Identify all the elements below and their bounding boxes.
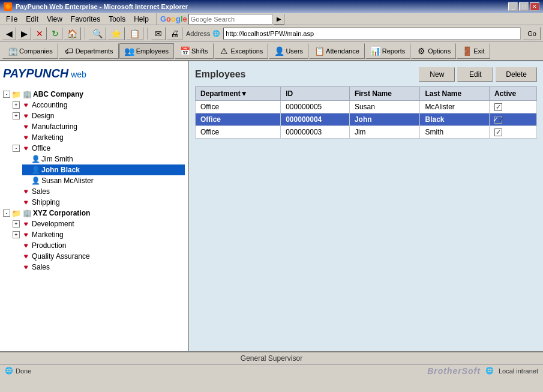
design-toggle[interactable]: +	[13, 112, 20, 119]
production-icon: ♥	[21, 241, 31, 250]
susan-mcalister-icon: 👤	[31, 176, 40, 185]
new-button[interactable]: New	[419, 67, 455, 82]
shifts-button[interactable]: 📅 Shifts	[175, 43, 214, 59]
go-button[interactable]: Go	[523, 27, 541, 40]
history-button[interactable]: 📋	[126, 27, 143, 40]
sales-xyz-label: Sales	[32, 263, 50, 271]
table-row-selected[interactable]: Office 000000004 John Black ✓	[196, 113, 537, 126]
address-input[interactable]	[223, 28, 521, 40]
cell-department: Office	[196, 101, 281, 113]
minimize-button[interactable]: _	[508, 2, 518, 11]
tree-row-john-black[interactable]: 👤 John Black	[22, 164, 185, 175]
menu-separator	[156, 13, 157, 25]
delete-button[interactable]: Delete	[496, 67, 537, 82]
nav-sep1	[85, 28, 85, 40]
reports-button[interactable]: 📊 Reports	[365, 43, 411, 59]
design-icon: ♥	[21, 111, 31, 121]
active-checkbox-3[interactable]	[494, 128, 502, 136]
menu-edit[interactable]: Edit	[22, 14, 42, 25]
abc-company-folder-icon: 📁	[11, 89, 21, 99]
col-last-name: Last Name	[420, 87, 490, 101]
menu-file[interactable]: File	[2, 14, 21, 25]
tree-row-accounting[interactable]: + ♥ Accounting	[13, 100, 185, 110]
reports-icon: 📊	[371, 46, 380, 56]
col-department[interactable]: Department▼	[196, 87, 281, 101]
employees-icon: 👥	[125, 46, 134, 56]
office-toggle[interactable]: -	[13, 145, 20, 152]
cell-id: 000000005	[281, 101, 350, 113]
refresh-button[interactable]: ↻	[48, 27, 62, 40]
google-search-input[interactable]	[188, 14, 272, 25]
google-search-button[interactable]: ▶	[274, 14, 284, 25]
table-row-3[interactable]: Office 000000003 Jim Smith	[196, 126, 537, 139]
employees-button[interactable]: 👥 Employees	[119, 43, 174, 59]
search-button[interactable]: 🔍	[89, 27, 106, 40]
office-children: 👤 Jim Smith 👤 John Black 👤 Susan McAlist…	[22, 154, 185, 186]
tree-row-abc-company[interactable]: - 📁 🏢 ABC Company	[3, 89, 185, 100]
abc-company-toggle[interactable]: -	[3, 91, 10, 98]
stop-button[interactable]: ✕	[32, 27, 47, 40]
tree-row-susan-mcalister[interactable]: 👤 Susan McAlister	[22, 175, 185, 186]
users-button[interactable]: 👤 Users	[269, 43, 308, 59]
tree-row-office[interactable]: - ♥ Office	[13, 143, 185, 154]
edit-button[interactable]: Edit	[457, 67, 493, 82]
menu-favorites[interactable]: Favorites	[67, 14, 104, 25]
table-header-row: Department▼ ID First Name Last Name Acti…	[196, 87, 537, 101]
tree-row-quality-assurance[interactable]: ♥ Quality Assurance	[13, 251, 185, 262]
ie-status-bar: 🌐 Done BrotherSoft 🌐 Local intranet	[0, 364, 543, 376]
print-button[interactable]: 🖨	[167, 27, 182, 40]
col-active: Active	[490, 87, 537, 101]
menu-help[interactable]: Help	[130, 14, 152, 25]
tree-row-xyz-corporation[interactable]: - 📁 🏢 XYZ Corporation	[3, 208, 185, 219]
paypunch-logo: PAYPUNCH web	[3, 64, 185, 83]
abc-company-icon: 🏢	[22, 89, 32, 99]
active-checkbox[interactable]	[494, 103, 502, 111]
production-label: Production	[32, 241, 66, 250]
tree-row-jim-smith[interactable]: 👤 Jim Smith	[22, 154, 185, 164]
tree-row-marketing-xyz[interactable]: + ♥ Marketing	[13, 229, 185, 240]
active-checkbox-selected[interactable]: ✓	[494, 116, 502, 124]
exceptions-button[interactable]: ⚠ Exceptions	[214, 43, 269, 59]
tree-row-manufacturing[interactable]: ♥ Manufacturing	[13, 121, 185, 132]
development-toggle[interactable]: +	[13, 220, 20, 228]
xyz-corporation-children: + ♥ Development + ♥ Marketing ♥ Producti…	[13, 219, 185, 273]
development-label: Development	[32, 220, 74, 228]
sales-xyz-icon: ♥	[21, 262, 31, 272]
back-button[interactable]: ◀	[2, 27, 16, 40]
home-button[interactable]: 🏠	[64, 27, 81, 40]
xyz-corporation-toggle[interactable]: -	[3, 210, 10, 217]
favorites-button[interactable]: ⭐	[107, 27, 125, 40]
exit-button[interactable]: 🚪 Exit	[457, 43, 490, 59]
maximize-button[interactable]: □	[519, 2, 529, 11]
departments-button[interactable]: 🏷 Departments	[59, 43, 119, 59]
cell-first-name-3: Jim	[349, 126, 420, 139]
cell-first-name: Susan	[349, 101, 420, 113]
window-controls[interactable]: _ □ ✕	[508, 2, 539, 11]
tree-row-sales-abc[interactable]: ♥ Sales	[13, 186, 185, 197]
menu-tools[interactable]: Tools	[105, 14, 129, 25]
susan-mcalister-label: Susan McAlister	[41, 176, 94, 185]
tree-row-sales-xyz[interactable]: ♥ Sales	[13, 262, 185, 273]
accounting-toggle[interactable]: +	[13, 101, 20, 109]
app-status-bar: General Supervisor	[0, 351, 543, 364]
mail-button[interactable]: ✉	[151, 27, 166, 40]
close-button[interactable]: ✕	[530, 2, 539, 11]
marketing-xyz-icon: ♥	[21, 230, 31, 240]
table-row[interactable]: Office 000000005 Susan McAlister	[196, 101, 537, 113]
tree-row-marketing[interactable]: ♥ Marketing	[13, 132, 185, 143]
tree-row-development[interactable]: + ♥ Development	[13, 219, 185, 229]
menu-view[interactable]: View	[43, 14, 66, 25]
accounting-label: Accounting	[32, 101, 67, 109]
tree-row-production[interactable]: ♥ Production	[13, 240, 185, 251]
forward-button[interactable]: ▶	[17, 27, 31, 40]
cell-last-name-selected: Black	[420, 113, 490, 126]
companies-button[interactable]: 🏢 Companies	[2, 43, 58, 59]
tree-row-shipping[interactable]: ♥ Shipping	[13, 197, 185, 208]
options-button[interactable]: ⚙ Options	[411, 43, 456, 59]
jim-smith-icon: 👤	[31, 154, 40, 164]
attendance-button[interactable]: 📋 Attendance	[309, 43, 365, 59]
marketing-xyz-toggle[interactable]: +	[13, 231, 20, 238]
sales-abc-icon: ♥	[21, 187, 31, 196]
tree-row-design[interactable]: + ♥ Design	[13, 110, 185, 121]
employees-table: Department▼ ID First Name Last Name Acti…	[195, 86, 537, 139]
